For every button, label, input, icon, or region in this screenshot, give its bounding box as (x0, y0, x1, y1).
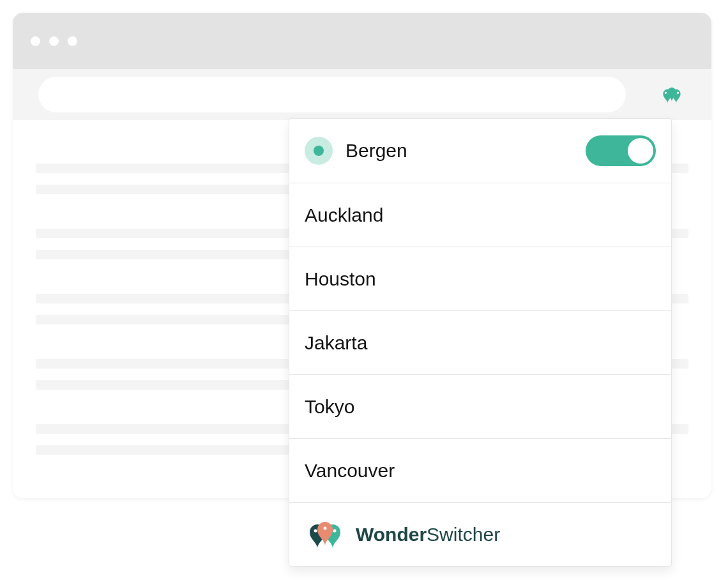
window-minimize-dot[interactable] (49, 36, 59, 46)
wonderswitcher-logo-icon (305, 521, 345, 549)
location-item[interactable]: Jakarta (289, 310, 671, 374)
url-bar[interactable] (38, 77, 626, 112)
location-toggle[interactable] (586, 135, 656, 166)
brand-name-bold: Wonder (356, 524, 427, 545)
location-label: Vancouver (305, 460, 656, 482)
active-indicator-icon (305, 137, 333, 165)
brand-name-rest: Switcher (427, 524, 500, 545)
location-item-active[interactable]: Bergen (289, 119, 671, 183)
location-item[interactable]: Vancouver (289, 438, 671, 502)
browser-toolbar (13, 69, 711, 120)
extension-icon[interactable] (658, 85, 686, 104)
location-label: Houston (305, 268, 656, 290)
svg-point-2 (314, 529, 317, 532)
location-label: Tokyo (305, 396, 656, 418)
location-label: Jakarta (305, 332, 656, 354)
location-label: Auckland (305, 204, 656, 226)
svg-point-3 (333, 529, 337, 532)
location-item[interactable]: Houston (289, 247, 671, 310)
location-label: Bergen (345, 140, 586, 162)
window-chrome (13, 13, 711, 69)
window-close-dot[interactable] (31, 36, 40, 46)
brand-name: WonderSwitcher (356, 524, 500, 546)
svg-point-1 (677, 92, 679, 94)
location-item[interactable]: Tokyo (289, 374, 671, 438)
location-item[interactable]: Auckland (289, 183, 671, 247)
window-maximize-dot[interactable] (68, 36, 77, 46)
panel-footer: WonderSwitcher (289, 502, 671, 566)
svg-point-0 (665, 92, 667, 94)
location-panel: Bergen Auckland Houston Jakarta Tokyo Va… (289, 118, 672, 567)
wonderswitcher-icon (658, 85, 686, 104)
svg-point-4 (324, 526, 327, 530)
